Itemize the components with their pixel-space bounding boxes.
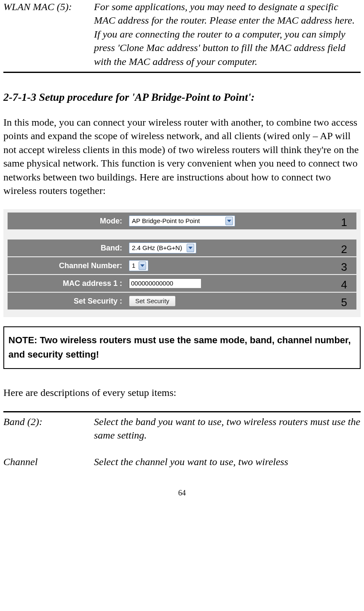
dropdown-arrow-icon — [139, 261, 146, 270]
channel-def-desc: Select the channel you want to use, two … — [94, 455, 361, 468]
callout-3: 3 — [341, 260, 347, 275]
band-select[interactable]: 2.4 GHz (B+G+N) — [129, 242, 196, 253]
channel-select-value: 1 — [131, 261, 138, 270]
descriptions-intro: Here are descriptions of every setup ite… — [3, 386, 361, 399]
section-title: 2-7-1-3 Setup procedure for 'AP Bridge-P… — [3, 90, 361, 105]
mac1-label: MAC address 1 : — [8, 278, 126, 288]
mode-row: Mode: AP Bridge-Point to Point 1 — [8, 213, 356, 229]
divider — [3, 72, 361, 73]
intro-paragraph: In this mode, you can connect your wirel… — [3, 116, 361, 197]
divider — [3, 411, 361, 412]
callout-4: 4 — [341, 277, 347, 292]
wlan-mac-definition: WLAN MAC (5): For some applications, you… — [3, 0, 361, 68]
mode-select[interactable]: AP Bridge-Point to Point — [129, 215, 235, 226]
band-def-label: Band (2): — [3, 415, 94, 442]
channel-def-label: Channel — [3, 455, 94, 468]
mode-label: Mode: — [8, 216, 126, 226]
channel-number-label: Channel Number: — [8, 261, 126, 271]
dropdown-arrow-icon — [187, 244, 194, 252]
callout-2: 2 — [341, 242, 347, 257]
band-row: Band: 2.4 GHz (B+G+N) 2 — [8, 240, 356, 256]
callout-1: 1 — [341, 215, 347, 230]
set-security-button-label: Set Security — [135, 297, 169, 305]
wlan-mac-label: WLAN MAC (5): — [3, 0, 94, 68]
set-security-button[interactable]: Set Security — [129, 296, 176, 307]
mac1-row: MAC address 1 : 000000000000 4 — [8, 275, 356, 292]
channel-row: Channel Number: 1 3 — [8, 257, 356, 274]
band-definition: Band (2): Select the band you want to us… — [3, 415, 361, 442]
callout-5: 5 — [341, 295, 347, 310]
mac1-input[interactable]: 000000000000 — [129, 278, 201, 288]
mode-select-value: AP Bridge-Point to Point — [131, 217, 225, 225]
channel-select[interactable]: 1 — [129, 260, 148, 271]
band-select-value: 2.4 GHz (B+G+N) — [131, 244, 186, 252]
channel-definition: Channel Select the channel you want to u… — [3, 455, 361, 468]
security-row: Set Security : Set Security 5 — [8, 293, 356, 310]
mac1-input-value: 000000000000 — [131, 279, 173, 288]
page-number: 64 — [3, 488, 361, 498]
note-box: NOTE: Two wireless routers must use the … — [3, 326, 361, 369]
band-label: Band: — [8, 243, 126, 253]
band-def-desc: Select the band you want to use, two wir… — [94, 415, 361, 442]
dropdown-arrow-icon — [225, 217, 233, 225]
set-security-label: Set Security : — [8, 296, 126, 306]
wlan-mac-desc: For some applications, you may need to d… — [94, 0, 361, 68]
config-panel: Mode: AP Bridge-Point to Point 1 Band: 2… — [3, 209, 361, 317]
